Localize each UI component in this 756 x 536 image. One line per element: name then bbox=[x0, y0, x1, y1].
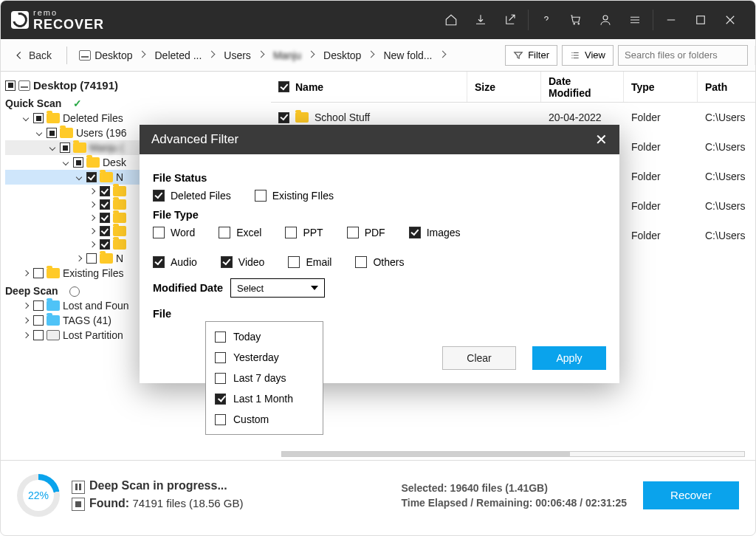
checkbox[interactable] bbox=[47, 128, 57, 138]
ck-audio[interactable]: Audio bbox=[153, 256, 197, 268]
svg-rect-1 bbox=[697, 16, 705, 24]
clear-button[interactable]: Clear bbox=[442, 346, 516, 370]
opt-last7[interactable]: Last 7 days bbox=[206, 368, 323, 388]
folder-icon bbox=[113, 199, 126, 210]
download-icon[interactable] bbox=[466, 1, 495, 39]
close-icon[interactable]: ✕ bbox=[595, 131, 608, 148]
view-button[interactable]: View bbox=[562, 45, 614, 66]
dialog-title: Advanced Filter bbox=[151, 132, 238, 147]
chevron-right-icon bbox=[368, 52, 376, 59]
crumb-desktop[interactable]: Desktop bbox=[76, 48, 135, 63]
row-checkbox[interactable] bbox=[278, 112, 289, 123]
opt-last-month[interactable]: Last 1 Month bbox=[206, 388, 323, 409]
stop-icon[interactable] bbox=[72, 498, 85, 511]
checkbox[interactable] bbox=[33, 315, 44, 326]
select-all-checkbox[interactable] bbox=[278, 81, 289, 92]
product-text: RECOVER bbox=[33, 17, 104, 32]
col-size[interactable]: Size bbox=[467, 72, 541, 102]
ck-video[interactable]: Video bbox=[221, 256, 265, 268]
minimize-icon[interactable] bbox=[656, 1, 686, 39]
chevron-right-icon bbox=[440, 52, 447, 59]
checkbox[interactable] bbox=[73, 157, 83, 168]
ck-pdf[interactable]: PDF bbox=[347, 227, 385, 238]
tree-root[interactable]: Desktop (74191) bbox=[5, 78, 266, 93]
filter-button[interactable]: Filter bbox=[505, 45, 557, 66]
col-path[interactable]: Path bbox=[698, 72, 755, 102]
crumb-users[interactable]: Users bbox=[221, 48, 254, 63]
folder-icon bbox=[47, 268, 60, 278]
logo-icon bbox=[11, 11, 29, 29]
crumb-newfold[interactable]: New fold... bbox=[380, 48, 435, 63]
drive-icon bbox=[47, 330, 60, 340]
checkbox[interactable] bbox=[100, 199, 110, 210]
monitor-icon bbox=[18, 80, 30, 91]
tree-deleted[interactable]: Deleted Files bbox=[5, 111, 266, 126]
modified-date-select[interactable]: Select bbox=[230, 278, 325, 298]
home-icon[interactable] bbox=[436, 1, 466, 39]
col-date[interactable]: Date Modified bbox=[541, 72, 624, 102]
apply-button[interactable]: Apply bbox=[532, 346, 606, 370]
progress-ring: 22% bbox=[17, 474, 60, 517]
column-headers: Name Size Date Modified Type Path bbox=[271, 72, 755, 103]
folder-icon bbox=[86, 157, 100, 168]
user-icon[interactable] bbox=[591, 1, 620, 39]
pause-icon[interactable] bbox=[72, 481, 85, 494]
status-footer: 22% Deep Scan in progress... Found: 7419… bbox=[1, 460, 755, 529]
checkbox[interactable] bbox=[60, 142, 70, 153]
checkbox[interactable] bbox=[5, 80, 16, 91]
crumb-desktop2[interactable]: Desktop bbox=[320, 48, 364, 63]
folder-icon bbox=[47, 315, 60, 326]
folder-icon bbox=[113, 186, 126, 196]
folder-icon bbox=[113, 226, 126, 236]
crumb-user[interactable]: Manju bbox=[270, 48, 304, 63]
checkbox[interactable] bbox=[33, 268, 44, 278]
opt-custom[interactable]: Custom bbox=[206, 409, 323, 430]
progress-value: 22% bbox=[28, 489, 49, 501]
export-icon[interactable] bbox=[495, 1, 525, 39]
help-icon[interactable] bbox=[532, 1, 561, 39]
cart-icon[interactable] bbox=[561, 1, 591, 39]
brand-text: remo bbox=[33, 8, 104, 17]
checkbox[interactable] bbox=[86, 172, 97, 182]
chevron-right-icon bbox=[209, 52, 216, 59]
app-logo: remo RECOVER bbox=[11, 8, 104, 32]
checkbox[interactable] bbox=[33, 300, 44, 311]
maximize-icon[interactable] bbox=[686, 1, 715, 39]
ck-existing-files[interactable]: Existing FIles bbox=[255, 190, 334, 202]
checkbox[interactable] bbox=[33, 113, 44, 123]
horizontal-scrollbar[interactable] bbox=[281, 451, 745, 457]
checkbox[interactable] bbox=[100, 226, 110, 236]
folder-icon bbox=[60, 128, 73, 138]
ck-others[interactable]: Others bbox=[355, 256, 404, 268]
menu-icon[interactable] bbox=[620, 1, 650, 39]
titlebar: remo RECOVER bbox=[1, 1, 755, 39]
ck-email[interactable]: Email bbox=[288, 256, 331, 268]
ck-images[interactable]: Images bbox=[409, 227, 461, 238]
checkbox[interactable] bbox=[100, 239, 110, 250]
chevron-right-icon bbox=[309, 52, 316, 59]
section-file-type: File Type bbox=[153, 209, 606, 221]
search-input[interactable] bbox=[619, 49, 755, 61]
opt-today[interactable]: Today bbox=[206, 326, 323, 347]
back-button[interactable]: Back bbox=[8, 47, 58, 64]
ck-excel[interactable]: Excel bbox=[219, 227, 261, 238]
checkbox[interactable] bbox=[100, 213, 110, 223]
crumb-deleted[interactable]: Deleted ... bbox=[151, 48, 205, 63]
date-dropdown: Today Yesterday Last 7 days Last 1 Month… bbox=[205, 321, 323, 435]
checkbox[interactable] bbox=[33, 330, 44, 340]
ck-ppt[interactable]: PPT bbox=[285, 227, 323, 238]
folder-icon bbox=[47, 300, 60, 311]
ck-deleted-files[interactable]: Deleted Files bbox=[153, 190, 231, 202]
chevron-right-icon bbox=[140, 52, 147, 59]
opt-yesterday[interactable]: Yesterday bbox=[206, 347, 323, 368]
close-icon[interactable] bbox=[715, 1, 745, 39]
col-name[interactable]: Name bbox=[271, 72, 467, 102]
folder-icon bbox=[100, 172, 113, 182]
section-file-status: File Status bbox=[153, 172, 606, 184]
recover-button[interactable]: Recover bbox=[643, 481, 739, 509]
checkbox[interactable] bbox=[86, 253, 97, 264]
checkbox[interactable] bbox=[100, 186, 110, 196]
ck-word[interactable]: Word bbox=[153, 227, 195, 238]
col-type[interactable]: Type bbox=[624, 72, 698, 102]
dialog-titlebar: Advanced Filter ✕ bbox=[140, 125, 619, 154]
